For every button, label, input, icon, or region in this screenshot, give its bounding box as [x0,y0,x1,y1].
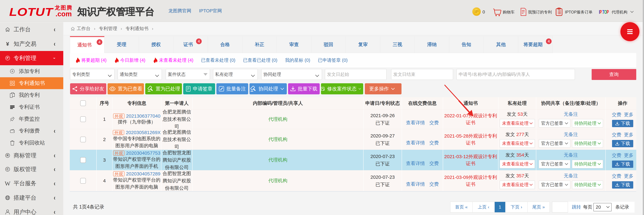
svg-text:R: R [6,154,8,157]
svg-text:P: P [7,56,8,60]
svg-text:C: C [6,167,8,171]
